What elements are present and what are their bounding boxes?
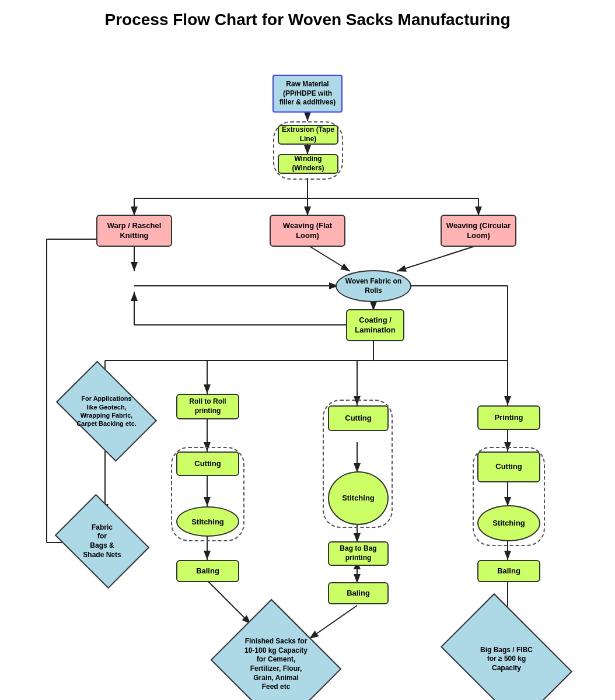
raw-material-box: Raw Material (PP/HDPE with filler & addi… bbox=[272, 75, 343, 113]
baling-left-box: Baling bbox=[176, 560, 239, 582]
svg-line-9 bbox=[308, 245, 350, 271]
big-bags-diamond: Big Bags / FIBC for ≥ 500 kg Capacity bbox=[451, 621, 562, 697]
svg-line-10 bbox=[397, 245, 478, 271]
printing-right-box: Printing bbox=[477, 405, 540, 430]
baling-mid-box: Baling bbox=[328, 582, 389, 604]
stitching-right-box: Stitching bbox=[477, 505, 540, 541]
roll-to-roll-box: Roll to Roll printing bbox=[176, 394, 239, 419]
weaving-circular-box: Weaving (Circular Loom) bbox=[441, 215, 516, 247]
baling-right-box: Baling bbox=[477, 560, 540, 582]
finished-sacks-diamond: Finished Sacks for 10-100 kg Capacity fo… bbox=[226, 621, 326, 700]
bag-to-bag-box: Bag to Bag printing bbox=[328, 541, 389, 566]
cutting-mid-box: Cutting bbox=[328, 405, 389, 431]
flow-chart: Raw Material (PP/HDPE with filler & addi… bbox=[0, 35, 615, 700]
weaving-flat-box: Weaving (Flat Loom) bbox=[270, 215, 345, 247]
woven-fabric-box: Woven Fabric on Rolls bbox=[336, 270, 411, 302]
fabric-bags-diamond: Fabric for Bags & Shade Nets bbox=[64, 512, 140, 570]
stitching-mid-box: Stitching bbox=[328, 471, 389, 525]
applications-diamond: For Applications like Geotech, Wrapping … bbox=[64, 382, 149, 440]
stitching-left-label: Stitching bbox=[176, 506, 239, 537]
winding-box: Winding (Winders) bbox=[278, 154, 338, 174]
extrusion-box: Extrusion (Tape Line) bbox=[278, 125, 338, 145]
coating-box: Coating / Lamination bbox=[346, 309, 404, 341]
warp-knitting-box: Warp / Raschel Knitting bbox=[96, 215, 172, 247]
svg-line-28 bbox=[207, 580, 251, 624]
cutting-right-box: Cutting bbox=[477, 452, 540, 482]
page-title: Process Flow Chart for Woven Sacks Manuf… bbox=[0, 0, 615, 35]
cutting-left-box: Cutting bbox=[176, 452, 239, 476]
